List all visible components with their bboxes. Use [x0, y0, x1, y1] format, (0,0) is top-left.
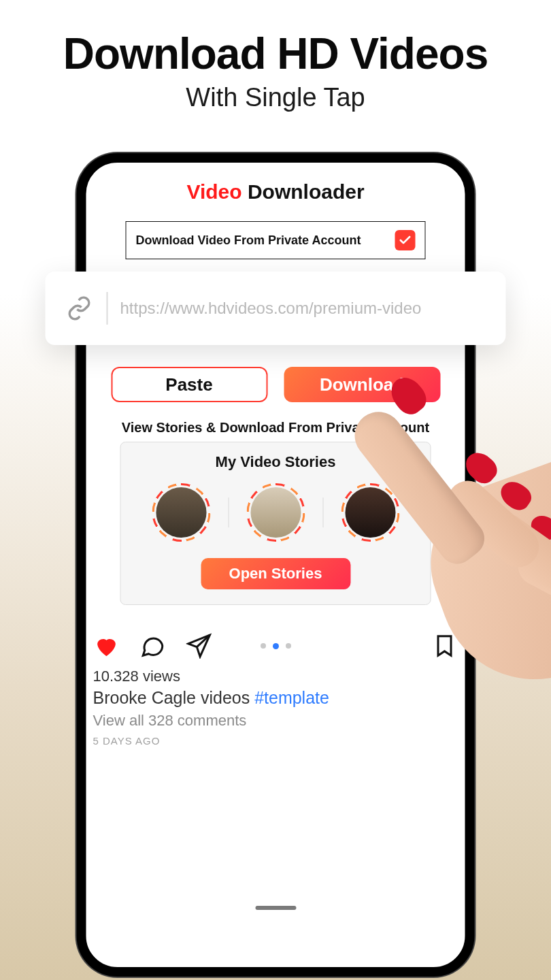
caption-text: Brooke Cagle videos: [93, 688, 255, 707]
app-title-highlight: Video: [186, 180, 241, 203]
post-meta: 10.328 views Brooke Cagle videos #templa…: [93, 668, 458, 747]
app-title-rest: Downloader: [242, 180, 365, 203]
comment-icon[interactable]: [139, 632, 167, 659]
share-icon[interactable]: [186, 632, 213, 659]
url-input[interactable]: https://www.hdvideos.com/premium-video: [120, 299, 422, 318]
divider: [228, 497, 229, 527]
download-button[interactable]: Download: [284, 367, 440, 402]
private-account-toggle[interactable]: Download Video From Private Account: [125, 221, 425, 259]
divider: [107, 292, 108, 325]
url-input-card[interactable]: https://www.hdvideos.com/premium-video: [46, 272, 506, 345]
checkmark-icon[interactable]: [395, 230, 416, 250]
paste-button[interactable]: Paste: [111, 367, 267, 402]
carousel-dots[interactable]: [261, 643, 291, 649]
link-icon: [65, 293, 95, 323]
app-title: Video Downloader: [101, 180, 450, 203]
story-avatar[interactable]: [246, 483, 305, 542]
stories-section-label: View Stories & Download From Private Acc…: [86, 420, 465, 436]
hero-subtitle: With Single Tap: [0, 83, 551, 112]
story-avatar[interactable]: [152, 483, 210, 542]
carousel-dot[interactable]: [261, 643, 266, 649]
divider: [322, 497, 323, 527]
bookmark-icon[interactable]: [431, 632, 458, 659]
carousel-dot[interactable]: [286, 643, 291, 649]
post-timestamp: 5 DAYS AGO: [93, 735, 458, 747]
story-avatar-row: [131, 483, 421, 542]
private-account-label: Download Video From Private Account: [135, 233, 361, 248]
heart-icon[interactable]: [93, 632, 120, 659]
carousel-dot-active[interactable]: [273, 643, 279, 649]
phone-frame: Video Downloader Download Video From Pri…: [77, 153, 475, 977]
story-avatar[interactable]: [341, 483, 399, 542]
hero-title: Download HD Videos: [0, 29, 551, 79]
open-stories-button[interactable]: Open Stories: [201, 558, 350, 589]
post-caption: Brooke Cagle videos #template: [93, 688, 458, 708]
action-button-row: Paste Download: [101, 367, 450, 402]
caption-hashtag[interactable]: #template: [254, 688, 329, 707]
phone-screen: Video Downloader Download Video From Pri…: [86, 163, 465, 967]
views-count: 10.328 views: [93, 668, 458, 685]
post-action-bar: [86, 632, 465, 659]
home-indicator[interactable]: [255, 906, 296, 910]
view-comments-link[interactable]: View all 328 comments: [93, 712, 458, 730]
stories-card-title: My Video Stories: [131, 453, 421, 471]
stories-card: My Video Stories Open Stories: [120, 442, 431, 605]
